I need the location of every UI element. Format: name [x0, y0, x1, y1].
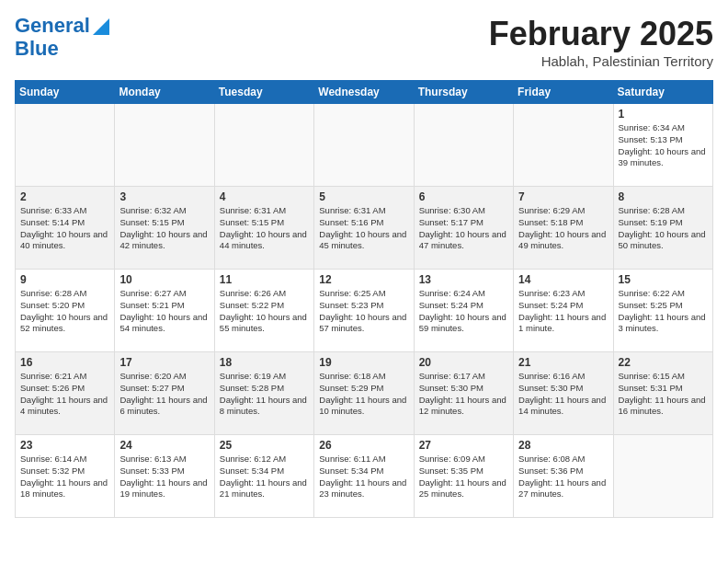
calendar-day-cell: 10Sunrise: 6:27 AM Sunset: 5:21 PM Dayli… — [115, 270, 214, 352]
day-info: Sunrise: 6:29 AM Sunset: 5:18 PM Dayligh… — [518, 205, 608, 252]
calendar-day-cell: 6Sunrise: 6:30 AM Sunset: 5:17 PM Daylig… — [414, 187, 513, 270]
calendar-day-cell: 13Sunrise: 6:24 AM Sunset: 5:24 PM Dayli… — [414, 270, 513, 352]
day-number: 13 — [419, 273, 508, 286]
calendar-day-cell: 22Sunrise: 6:15 AM Sunset: 5:31 PM Dayli… — [613, 352, 712, 435]
day-number: 5 — [319, 190, 408, 203]
day-info: Sunrise: 6:15 AM Sunset: 5:31 PM Dayligh… — [619, 371, 708, 418]
calendar-day-cell: 17Sunrise: 6:20 AM Sunset: 5:27 PM Dayli… — [115, 352, 214, 435]
day-info: Sunrise: 6:23 AM Sunset: 5:24 PM Dayligh… — [518, 288, 608, 335]
day-info: Sunrise: 6:11 AM Sunset: 5:34 PM Dayligh… — [319, 454, 408, 500]
calendar-day-cell — [613, 435, 712, 518]
day-info: Sunrise: 6:09 AM Sunset: 5:35 PM Dayligh… — [419, 454, 508, 500]
calendar-table: SundayMondayTuesdayWednesdayThursdayFrid… — [15, 80, 713, 518]
day-info: Sunrise: 6:26 AM Sunset: 5:22 PM Dayligh… — [220, 288, 309, 335]
calendar-day-cell — [514, 104, 613, 187]
calendar-day-cell: 27Sunrise: 6:09 AM Sunset: 5:35 PM Dayli… — [414, 435, 513, 518]
calendar-day-cell: 28Sunrise: 6:08 AM Sunset: 5:36 PM Dayli… — [514, 435, 613, 518]
day-number: 26 — [319, 439, 408, 452]
month-title: February 2025 — [489, 15, 713, 53]
weekday-header-thursday: Thursday — [414, 81, 513, 104]
calendar-day-cell — [314, 104, 414, 187]
day-number: 11 — [220, 273, 309, 286]
logo-text: General — [15, 15, 90, 37]
day-number: 23 — [20, 439, 109, 452]
day-info: Sunrise: 6:21 AM Sunset: 5:26 PM Dayligh… — [20, 371, 109, 418]
day-number: 20 — [419, 356, 508, 369]
day-number: 16 — [20, 356, 109, 369]
calendar-day-cell: 8Sunrise: 6:28 AM Sunset: 5:19 PM Daylig… — [613, 187, 712, 270]
day-info: Sunrise: 6:24 AM Sunset: 5:24 PM Dayligh… — [419, 288, 508, 335]
calendar-week-row: 16Sunrise: 6:21 AM Sunset: 5:26 PM Dayli… — [16, 352, 713, 435]
calendar-day-cell: 26Sunrise: 6:11 AM Sunset: 5:34 PM Dayli… — [314, 435, 414, 518]
day-info: Sunrise: 6:22 AM Sunset: 5:25 PM Dayligh… — [619, 288, 708, 335]
calendar-day-cell — [16, 104, 115, 187]
calendar-day-cell: 25Sunrise: 6:12 AM Sunset: 5:34 PM Dayli… — [214, 435, 313, 518]
svg-marker-0 — [93, 18, 109, 35]
day-info: Sunrise: 6:30 AM Sunset: 5:17 PM Dayligh… — [419, 205, 508, 252]
day-number: 9 — [20, 273, 109, 286]
weekday-header-tuesday: Tuesday — [214, 81, 313, 104]
calendar-day-cell: 23Sunrise: 6:14 AM Sunset: 5:32 PM Dayli… — [16, 435, 115, 518]
day-number: 15 — [619, 273, 708, 286]
day-info: Sunrise: 6:16 AM Sunset: 5:30 PM Dayligh… — [518, 371, 608, 418]
page-header: General Blue February 2025 Hablah, Pales… — [15, 15, 713, 69]
day-number: 4 — [220, 190, 309, 203]
day-number: 10 — [119, 273, 209, 286]
day-number: 25 — [220, 439, 309, 452]
day-info: Sunrise: 6:25 AM Sunset: 5:23 PM Dayligh… — [319, 288, 408, 335]
day-info: Sunrise: 6:33 AM Sunset: 5:14 PM Dayligh… — [20, 205, 109, 252]
day-info: Sunrise: 6:28 AM Sunset: 5:19 PM Dayligh… — [619, 205, 708, 252]
calendar-day-cell: 4Sunrise: 6:31 AM Sunset: 5:15 PM Daylig… — [214, 187, 313, 270]
day-info: Sunrise: 6:27 AM Sunset: 5:21 PM Dayligh… — [119, 288, 209, 335]
calendar-week-row: 2Sunrise: 6:33 AM Sunset: 5:14 PM Daylig… — [16, 187, 713, 270]
day-number: 21 — [518, 356, 608, 369]
weekday-header-monday: Monday — [115, 81, 214, 104]
day-info: Sunrise: 6:14 AM Sunset: 5:32 PM Dayligh… — [20, 454, 109, 500]
calendar-day-cell — [414, 104, 513, 187]
day-info: Sunrise: 6:31 AM Sunset: 5:16 PM Dayligh… — [319, 205, 408, 252]
calendar-week-row: 23Sunrise: 6:14 AM Sunset: 5:32 PM Dayli… — [16, 435, 713, 518]
day-number: 14 — [518, 273, 608, 286]
weekday-header-row: SundayMondayTuesdayWednesdayThursdayFrid… — [16, 81, 713, 104]
day-info: Sunrise: 6:19 AM Sunset: 5:28 PM Dayligh… — [220, 371, 309, 418]
day-info: Sunrise: 6:32 AM Sunset: 5:15 PM Dayligh… — [119, 205, 209, 252]
day-info: Sunrise: 6:18 AM Sunset: 5:29 PM Dayligh… — [319, 371, 408, 418]
day-number: 19 — [319, 356, 408, 369]
day-number: 12 — [319, 273, 408, 286]
day-number: 2 — [20, 190, 109, 203]
weekday-header-friday: Friday — [514, 81, 613, 104]
calendar-day-cell: 11Sunrise: 6:26 AM Sunset: 5:22 PM Dayli… — [214, 270, 313, 352]
day-info: Sunrise: 6:17 AM Sunset: 5:30 PM Dayligh… — [419, 371, 508, 418]
calendar-day-cell — [115, 104, 214, 187]
calendar-day-cell: 24Sunrise: 6:13 AM Sunset: 5:33 PM Dayli… — [115, 435, 214, 518]
calendar-day-cell: 20Sunrise: 6:17 AM Sunset: 5:30 PM Dayli… — [414, 352, 513, 435]
calendar-day-cell: 7Sunrise: 6:29 AM Sunset: 5:18 PM Daylig… — [514, 187, 613, 270]
day-info: Sunrise: 6:28 AM Sunset: 5:20 PM Dayligh… — [20, 288, 109, 335]
day-info: Sunrise: 6:20 AM Sunset: 5:27 PM Dayligh… — [119, 371, 209, 418]
day-info: Sunrise: 6:34 AM Sunset: 5:13 PM Dayligh… — [619, 122, 708, 169]
day-number: 22 — [619, 356, 708, 369]
calendar-day-cell: 18Sunrise: 6:19 AM Sunset: 5:28 PM Dayli… — [214, 352, 313, 435]
calendar-day-cell: 15Sunrise: 6:22 AM Sunset: 5:25 PM Dayli… — [613, 270, 712, 352]
day-info: Sunrise: 6:12 AM Sunset: 5:34 PM Dayligh… — [220, 454, 309, 500]
calendar-week-row: 9Sunrise: 6:28 AM Sunset: 5:20 PM Daylig… — [16, 270, 713, 352]
calendar-day-cell: 19Sunrise: 6:18 AM Sunset: 5:29 PM Dayli… — [314, 352, 414, 435]
day-number: 7 — [518, 190, 608, 203]
calendar-day-cell: 5Sunrise: 6:31 AM Sunset: 5:16 PM Daylig… — [314, 187, 414, 270]
calendar-day-cell: 9Sunrise: 6:28 AM Sunset: 5:20 PM Daylig… — [16, 270, 115, 352]
day-info: Sunrise: 6:13 AM Sunset: 5:33 PM Dayligh… — [119, 454, 209, 500]
weekday-header-sunday: Sunday — [16, 81, 115, 104]
day-info: Sunrise: 6:08 AM Sunset: 5:36 PM Dayligh… — [518, 454, 608, 500]
calendar-week-row: 1Sunrise: 6:34 AM Sunset: 5:13 PM Daylig… — [16, 104, 713, 187]
calendar-day-cell: 21Sunrise: 6:16 AM Sunset: 5:30 PM Dayli… — [514, 352, 613, 435]
calendar-day-cell: 14Sunrise: 6:23 AM Sunset: 5:24 PM Dayli… — [514, 270, 613, 352]
day-info: Sunrise: 6:31 AM Sunset: 5:15 PM Dayligh… — [220, 205, 309, 252]
day-number: 24 — [119, 439, 209, 452]
weekday-header-wednesday: Wednesday — [314, 81, 414, 104]
calendar-day-cell — [214, 104, 313, 187]
location: Hablah, Palestinian Territory — [489, 53, 713, 69]
weekday-header-saturday: Saturday — [613, 81, 712, 104]
calendar-day-cell: 1Sunrise: 6:34 AM Sunset: 5:13 PM Daylig… — [613, 104, 712, 187]
logo: General Blue — [15, 15, 109, 61]
day-number: 27 — [419, 439, 508, 452]
